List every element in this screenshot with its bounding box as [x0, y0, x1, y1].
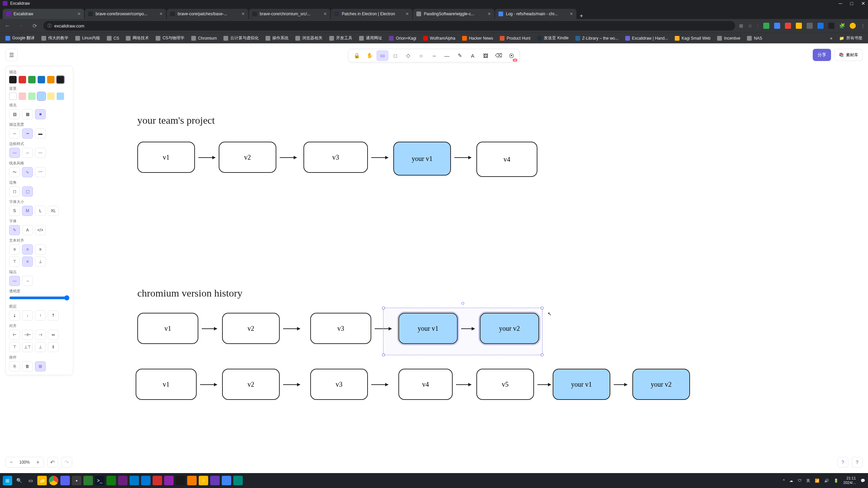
bookmark-item[interactable]: CS与物理学 — [153, 34, 187, 42]
browser-menu-icon[interactable]: ⋮ — [861, 23, 865, 28]
tray-battery-icon[interactable]: 🔋 — [834, 479, 839, 483]
zoom-value[interactable]: 100% — [17, 460, 33, 465]
canvas-arrow[interactable] — [280, 157, 297, 158]
browser-tab[interactable]: Excalidraw✕ — [3, 9, 84, 19]
canvas-node[interactable]: v3 — [310, 369, 368, 400]
canvas-node[interactable]: your v2 — [480, 313, 539, 344]
undo-button[interactable]: ↶ — [47, 457, 58, 468]
canvas-node[interactable]: v2 — [222, 369, 280, 400]
browser-tab[interactable]: Log - refs/heads/main - chr...✕ — [495, 9, 576, 19]
bookmark-item[interactable]: Chromium — [189, 35, 219, 42]
bookmark-star-icon[interactable]: ☆ — [748, 23, 752, 28]
extension-icon[interactable] — [828, 23, 834, 29]
canvas-arrow[interactable] — [371, 157, 388, 158]
bookmark-item[interactable]: Kagi Small Web — [672, 35, 713, 42]
canvas-arrow[interactable] — [200, 384, 217, 385]
discord-icon[interactable] — [60, 476, 70, 485]
tray-wifi-icon[interactable]: 📶 — [815, 479, 820, 483]
tray-clock[interactable]: 21:11 2024/... — [843, 476, 856, 485]
app-icon[interactable] — [83, 476, 93, 485]
app-icon[interactable]: ⚡ — [199, 476, 208, 485]
app-icon[interactable] — [222, 476, 231, 485]
task-view-icon[interactable]: ▭ — [26, 476, 35, 485]
bookmark-item[interactable]: 发送至 Kindle — [534, 34, 571, 42]
back-button[interactable]: ← — [3, 23, 12, 29]
browser-tab[interactable]: brave-core/chromium_src/...✕ — [249, 9, 330, 19]
canvas-node[interactable]: your v1 — [398, 313, 458, 344]
browser-tab[interactable]: PaodingSoftware/wiggle-c...✕ — [413, 9, 494, 19]
new-tab-button[interactable]: + — [577, 13, 586, 19]
canvas-node[interactable]: v2 — [222, 313, 280, 344]
canvas-node[interactable]: v3 — [310, 313, 371, 344]
tray-onedrive-icon[interactable]: ☁ — [789, 479, 793, 483]
search-icon[interactable]: 🔍 — [14, 476, 24, 485]
extension-icon[interactable] — [785, 23, 791, 29]
bookmark-item[interactable]: 伟大的教学 — [39, 34, 71, 42]
extension-icon[interactable] — [817, 23, 824, 29]
canvas-arrow[interactable] — [283, 384, 300, 385]
canvas-arrow[interactable] — [198, 157, 215, 158]
resize-handle[interactable] — [541, 353, 544, 356]
rotate-handle[interactable] — [461, 302, 464, 305]
window-maximize[interactable]: □ — [850, 1, 853, 6]
forward-button[interactable]: → — [16, 23, 26, 29]
canvas-heading[interactable]: your team's project — [137, 115, 215, 126]
chrome-icon[interactable] — [49, 476, 58, 485]
close-icon[interactable]: ✕ — [159, 12, 163, 16]
canvas-arrow[interactable] — [614, 384, 627, 385]
bookmark-item[interactable]: 网络技术 — [123, 34, 152, 42]
bookmark-item[interactable]: Excalidraw | Hand... — [623, 35, 671, 42]
tray-notifications-icon[interactable]: 💬 — [861, 479, 865, 483]
canvas[interactable]: your team's project v1 v2 v3 your v1 v4 … — [0, 43, 868, 473]
close-icon[interactable]: ✕ — [77, 12, 81, 16]
canvas-node[interactable]: v2 — [219, 142, 276, 173]
canvas-node[interactable]: v1 — [137, 313, 198, 344]
app-icon[interactable] — [176, 476, 185, 485]
edge-icon[interactable] — [141, 476, 151, 485]
tray-ime[interactable]: 英 — [806, 478, 810, 483]
app-icon[interactable] — [164, 476, 174, 485]
close-icon[interactable]: ✕ — [323, 12, 327, 16]
install-app-icon[interactable]: ⊞ — [739, 23, 743, 28]
bookmark-item[interactable]: Z-Library – the wo... — [573, 35, 621, 42]
canvas-node[interactable]: v4 — [398, 369, 453, 400]
bookmark-item[interactable]: Hacker News — [459, 35, 496, 42]
canvas-arrow[interactable] — [454, 157, 471, 158]
window-close[interactable]: ✕ — [861, 1, 865, 6]
extension-icon[interactable] — [763, 23, 769, 29]
canvas-node[interactable]: v3 — [303, 142, 368, 173]
tray-volume-icon[interactable]: 🔊 — [824, 479, 829, 483]
canvas-node[interactable]: v4 — [476, 142, 537, 177]
bookmark-item[interactable]: NAS — [744, 35, 765, 42]
canvas-arrow[interactable] — [456, 384, 471, 385]
canvas-node[interactable]: v1 — [136, 369, 197, 400]
canvas-node[interactable]: v1 — [137, 142, 195, 173]
app-icon[interactable] — [210, 476, 220, 485]
app-icon[interactable]: >_ — [95, 476, 104, 485]
url-input[interactable]: ⓘ excalidraw.com — [43, 21, 735, 30]
tray-defender-icon[interactable]: 🛡 — [798, 479, 802, 483]
close-icon[interactable]: ✕ — [241, 12, 245, 16]
reload-button[interactable]: ⟳ — [30, 23, 39, 29]
extension-icon[interactable] — [774, 23, 780, 29]
window-minimize[interactable]: ─ — [839, 1, 842, 6]
bookmark-item[interactable]: 开发工具 — [327, 34, 355, 42]
bookmark-item[interactable]: Linux内核 — [73, 34, 103, 42]
browser-tab[interactable]: Patches in Electron | Electron✕ — [331, 9, 412, 19]
bookmarks-overflow[interactable]: » — [827, 35, 835, 42]
canvas-arrow[interactable] — [202, 328, 217, 329]
extension-icon[interactable] — [807, 23, 813, 29]
close-icon[interactable]: ✕ — [406, 12, 409, 16]
bookmark-item[interactable]: 通用网址 — [356, 34, 385, 42]
extension-icon[interactable] — [796, 23, 802, 29]
browser-tab[interactable]: brave-core/patches/base-...✕ — [167, 9, 248, 19]
zoom-in-button[interactable]: + — [33, 459, 43, 465]
browser-tab[interactable]: brave-core/browser/compo...✕ — [85, 9, 166, 19]
canvas-arrow[interactable] — [371, 384, 388, 385]
terminal-icon[interactable]: ▪ — [72, 476, 81, 485]
canvas-node[interactable]: v5 — [476, 369, 534, 400]
canvas-arrow[interactable] — [537, 384, 551, 385]
vscode-icon[interactable] — [130, 476, 139, 485]
close-icon[interactable]: ✕ — [570, 12, 573, 16]
bookmark-item[interactable]: 云计算与虚拟化 — [221, 34, 261, 42]
